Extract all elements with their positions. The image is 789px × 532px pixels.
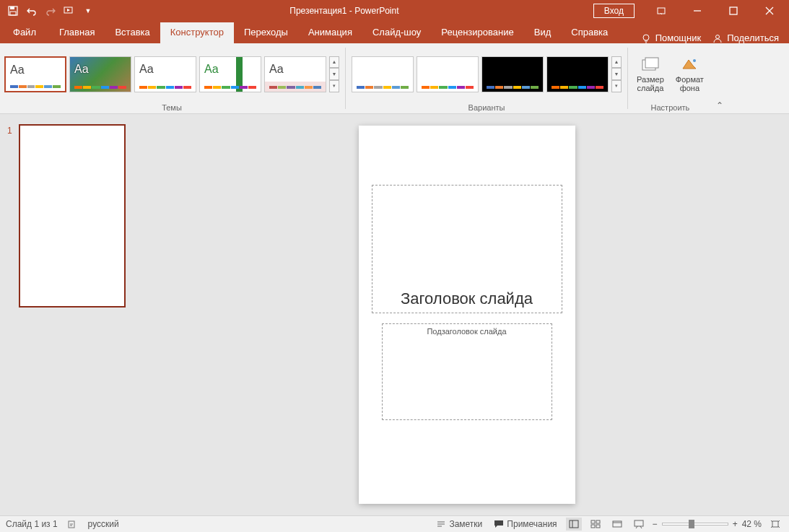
theme-3[interactable]: Aa <box>134 56 196 92</box>
ribbon-content: Aa Aa Aa Aa Aa ▲ ▼ ▾ <box>0 43 789 114</box>
zoom-slider[interactable] <box>662 523 728 526</box>
svg-rect-1 <box>10 6 14 9</box>
variant-swatch <box>357 86 409 89</box>
redo-icon[interactable] <box>43 4 58 18</box>
customize-group: Размер слайда Формат фона Настроить <box>629 43 711 113</box>
workspace: 1 Заголовок слайда Подзаголовок слайда <box>0 114 789 515</box>
themes-gallery-scroll: ▲ ▼ ▾ <box>329 56 339 92</box>
titlebar: ▼ Презентация1 - PowerPoint Вход <box>0 0 789 22</box>
customize-group-label: Настроить <box>634 102 707 112</box>
svg-rect-20 <box>591 520 595 523</box>
sorter-view-icon[interactable] <box>588 518 603 531</box>
scroll-up-icon[interactable]: ▲ <box>329 56 339 69</box>
gallery-more-icon[interactable]: ▾ <box>611 80 622 92</box>
theme-4[interactable]: Aa <box>199 56 261 92</box>
slide-thumbnail-panel[interactable]: 1 <box>0 114 144 515</box>
variant-3[interactable] <box>481 56 544 92</box>
theme-5[interactable]: Aa <box>264 56 326 92</box>
comments-button[interactable]: Примечания <box>491 519 559 529</box>
svg-rect-21 <box>596 520 600 523</box>
notes-button[interactable]: Заметки <box>433 519 485 529</box>
tab-view[interactable]: Вид <box>524 22 562 43</box>
lightbulb-icon <box>641 33 651 43</box>
tab-help[interactable]: Справка <box>561 22 618 43</box>
fit-to-window-icon[interactable] <box>767 518 783 531</box>
tab-file[interactable]: Файл <box>0 22 49 43</box>
variant-4[interactable] <box>546 56 609 92</box>
svg-rect-12 <box>645 58 658 68</box>
slide-canvas[interactable]: Заголовок слайда Подзаголовок слайда <box>359 126 575 504</box>
tab-insert[interactable]: Вставка <box>105 22 160 43</box>
thumbnail-1[interactable]: 1 <box>7 124 137 308</box>
variants-group-label: Варианты <box>352 102 622 112</box>
maximize-icon[interactable] <box>717 0 750 22</box>
tab-animations[interactable]: Анимация <box>298 22 362 43</box>
title-placeholder-text: Заголовок слайда <box>401 289 533 308</box>
slide-editor[interactable]: Заголовок слайда Подзаголовок слайда <box>144 114 789 515</box>
slideshow-view-icon[interactable] <box>631 518 647 531</box>
theme-swatch <box>139 86 191 89</box>
zoom-in-icon[interactable]: + <box>733 519 738 529</box>
tell-me-button[interactable]: Помощник <box>641 32 702 43</box>
slide-size-button[interactable]: Размер слайда <box>634 56 667 92</box>
svg-point-13 <box>693 59 696 62</box>
variant-2[interactable] <box>417 56 479 92</box>
reading-view-icon[interactable] <box>609 518 625 531</box>
title-placeholder[interactable]: Заголовок слайда <box>372 185 562 313</box>
theme-swatch <box>10 85 61 88</box>
qat-dropdown-icon[interactable]: ▼ <box>81 4 95 18</box>
minimize-icon[interactable] <box>681 0 714 22</box>
undo-icon[interactable] <box>25 4 39 18</box>
gallery-more-icon[interactable]: ▾ <box>329 80 339 92</box>
quick-access-toolbar: ▼ <box>0 4 95 18</box>
spellcheck-icon[interactable] <box>68 519 78 529</box>
svg-rect-4 <box>658 8 665 14</box>
save-icon[interactable] <box>6 4 20 18</box>
share-button[interactable]: Поделиться <box>712 32 779 43</box>
collapse-ribbon-icon[interactable]: ⌃ <box>711 43 728 113</box>
tab-home[interactable]: Главная <box>49 22 105 43</box>
svg-point-7 <box>643 35 649 40</box>
ribbon-options-icon[interactable] <box>645 0 678 22</box>
window-controls <box>645 0 789 22</box>
login-button[interactable]: Вход <box>593 4 635 18</box>
zoom-level[interactable]: 42 % <box>742 519 762 529</box>
theme-swatch <box>204 86 256 89</box>
variant-swatch <box>487 86 539 89</box>
svg-rect-22 <box>591 525 595 528</box>
format-background-button[interactable]: Формат фона <box>673 56 707 92</box>
theme-1[interactable]: Aa <box>4 56 66 92</box>
svg-point-10 <box>716 35 720 38</box>
statusbar: Слайд 1 из 1 русский Заметки Примечания … <box>0 515 789 532</box>
separator <box>627 48 628 109</box>
slide-count-label[interactable]: Слайд 1 из 1 <box>6 519 58 529</box>
svg-rect-18 <box>570 520 578 528</box>
theme-2[interactable]: Aa <box>69 56 131 92</box>
start-from-beginning-icon[interactable] <box>62 4 77 18</box>
scroll-up-icon[interactable]: ▲ <box>611 56 622 69</box>
scroll-down-icon[interactable]: ▼ <box>611 68 622 80</box>
language-label[interactable]: русский <box>88 519 119 529</box>
zoom-handle[interactable] <box>689 520 694 528</box>
svg-rect-29 <box>772 521 778 527</box>
variant-swatch <box>552 86 603 89</box>
person-icon <box>712 33 723 43</box>
close-icon[interactable] <box>753 0 786 22</box>
normal-view-icon[interactable] <box>566 518 582 531</box>
theme-swatch <box>74 86 126 89</box>
svg-rect-6 <box>730 7 737 14</box>
tab-review[interactable]: Рецензирование <box>431 22 523 43</box>
svg-rect-26 <box>635 520 643 526</box>
slide-size-icon <box>640 56 661 74</box>
tab-transitions[interactable]: Переходы <box>234 22 298 43</box>
tab-slideshow[interactable]: Слайд-шоу <box>362 22 431 43</box>
svg-rect-2 <box>10 12 16 15</box>
tab-design[interactable]: Конструктор <box>160 22 234 43</box>
separator <box>345 48 346 109</box>
zoom-out-icon[interactable]: − <box>653 519 658 529</box>
scroll-down-icon[interactable]: ▼ <box>329 68 339 80</box>
variant-1[interactable] <box>352 56 414 92</box>
thumbnail-slide[interactable] <box>19 124 126 308</box>
subtitle-placeholder[interactable]: Подзаголовок слайда <box>382 323 552 420</box>
themes-group-label: Темы <box>4 102 339 112</box>
